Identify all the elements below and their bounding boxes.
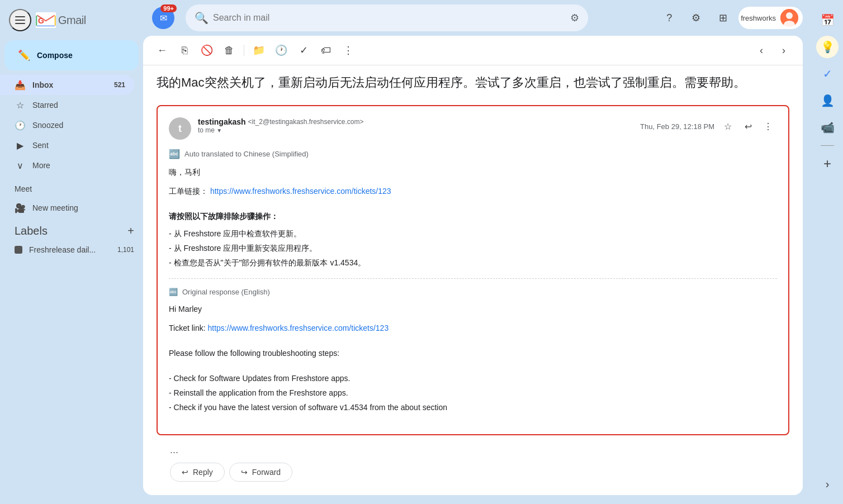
help-button[interactable]: ? xyxy=(658,7,680,29)
divider xyxy=(169,278,777,279)
keep-button[interactable]: 💡 xyxy=(816,36,839,58)
meet-icon: 📹 xyxy=(821,121,835,134)
chinese-steps-header: 请按照以下故障排除步骤操作： xyxy=(169,210,777,222)
tasks-button[interactable]: ✓ xyxy=(816,63,839,85)
label-icon: 🏷 xyxy=(321,45,331,56)
sender-info: testingakash <it_2@testingakash.freshser… xyxy=(198,117,640,134)
add-task-button[interactable]: ✓ xyxy=(293,40,314,60)
spam-button[interactable]: 🚫 xyxy=(197,40,217,60)
right-sidebar: 📅 💡 ✓ 👤 📹 + › xyxy=(812,0,843,504)
email-subject: 我的Mac突然关机了，重新启动后无法启动任何应用程序。尝试了多次重启，也尝试了强… xyxy=(143,65,803,96)
svg-rect-1 xyxy=(15,20,25,21)
label-freshrelease[interactable]: Freshrelease dail... 1,101 xyxy=(0,240,143,260)
sender-email: <it_2@testingakash.freshservice.com> xyxy=(248,118,364,126)
chinese-ticket-url[interactable]: https://www.freshworks.freshservice.com/… xyxy=(210,187,391,196)
nav-sent[interactable]: ▶ Sent xyxy=(0,135,134,155)
star-button[interactable]: ☆ xyxy=(719,117,737,135)
starred-icon: ☆ xyxy=(15,100,26,111)
svg-rect-0 xyxy=(15,16,25,17)
main-area: ✉ 99+ 🔍 ⚙ ? ⚙ ⊞ freshworks xyxy=(143,0,812,504)
label-button[interactable]: 🏷 xyxy=(316,40,336,60)
back-icon: ← xyxy=(157,45,167,56)
original-response-label: Original response (English) xyxy=(182,288,270,296)
search-input[interactable] xyxy=(213,13,566,23)
more-message-button[interactable]: ⋮ xyxy=(759,117,777,135)
archive-button[interactable]: ⎘ xyxy=(174,40,195,60)
right-sidebar-divider xyxy=(821,145,834,146)
compose-icon: ✏️ xyxy=(18,49,30,61)
gmail-logo: G Gmail xyxy=(36,12,86,28)
chinese-steps-list: - 从 Freshstore 应用中检查软件更新。 - 从 Freshstore… xyxy=(169,227,777,269)
message-header: t testingakash <it_2@testingakash.freshs… xyxy=(169,117,777,140)
contacts-icon: 👤 xyxy=(821,94,835,107)
delete-icon: 🗑 xyxy=(224,45,234,56)
to-dropdown-icon: ▼ xyxy=(216,127,222,134)
more-toolbar-button[interactable]: ⋮ xyxy=(338,40,358,60)
apps-button[interactable]: ⊞ xyxy=(712,7,734,29)
nav-snoozed[interactable]: 🕐 Snoozed xyxy=(0,115,134,135)
translate-icon: 🔤 xyxy=(169,149,180,159)
new-meeting-label: New meeting xyxy=(32,203,78,212)
menu-button[interactable] xyxy=(9,9,31,31)
move-button[interactable]: 📁 xyxy=(249,40,269,60)
search-icon: 🔍 xyxy=(195,11,209,25)
delete-button[interactable]: 🗑 xyxy=(219,40,239,60)
keep-icon: 💡 xyxy=(821,40,835,54)
reply-button[interactable]: ↩ Reply xyxy=(170,463,225,482)
english-ticket-url[interactable]: https://www.freshworks.freshservice.com/… xyxy=(208,324,389,332)
message-ellipsis[interactable]: ... xyxy=(157,444,789,456)
toolbar-pagination: ‹ › xyxy=(751,40,794,60)
meet-item-new[interactable]: 🎥 New meeting xyxy=(0,198,134,218)
reply-label: Reply xyxy=(193,468,213,477)
mail-badge: 99+ xyxy=(160,4,177,12)
add-app-button[interactable]: + xyxy=(816,153,839,175)
nav-starred[interactable]: ☆ Starred xyxy=(0,95,134,115)
inbox-icon: 📥 xyxy=(15,80,26,91)
subject-text: 我的Mac突然关机了，重新启动后无法启动任何应用程序。尝试了多次重启，也尝试了强… xyxy=(157,74,789,91)
topbar-right: ? ⚙ ⊞ freshworks xyxy=(658,7,803,29)
older-button[interactable]: › xyxy=(774,40,794,60)
tasks-icon: ✓ xyxy=(823,67,832,80)
meet-section-header: Meet xyxy=(0,175,143,198)
add-task-icon: ✓ xyxy=(300,44,308,56)
snooze-button[interactable]: 🕐 xyxy=(271,40,291,60)
forward-button[interactable]: ↪ Forward xyxy=(229,463,292,482)
sidebar: G Gmail ✏️ Compose 📥 Inbox 521 ☆ Starred… xyxy=(0,0,143,504)
mail-nav[interactable]: ✉ 99+ xyxy=(152,7,174,29)
nav-more[interactable]: ∨ More xyxy=(0,155,134,175)
original-translate-icon: 🔤 xyxy=(169,288,178,296)
spam-icon: 🚫 xyxy=(201,44,213,56)
reply-quick-button[interactable]: ↩ xyxy=(739,117,757,135)
contacts-button[interactable]: 👤 xyxy=(816,89,839,112)
search-filter-icon[interactable]: ⚙ xyxy=(570,12,579,24)
nav-inbox[interactable]: 📥 Inbox 521 xyxy=(0,75,134,95)
back-button[interactable]: ← xyxy=(152,40,172,60)
toolbar-divider-1 xyxy=(244,45,244,56)
chinese-step-3: - 检查您是否从"关于"部分拥有软件的最新版本 v1.4534。 xyxy=(169,256,777,269)
newer-button[interactable]: ‹ xyxy=(751,40,771,60)
settings-button[interactable]: ⚙ xyxy=(685,7,707,29)
collapse-icon: › xyxy=(826,478,830,491)
sidebar-header: G Gmail xyxy=(0,4,143,40)
to-me[interactable]: to me ▼ xyxy=(198,126,640,134)
sender-name: testingakash xyxy=(198,117,246,126)
collapse-sidebar-button[interactable]: › xyxy=(816,473,839,495)
add-label-icon[interactable]: + xyxy=(127,225,134,237)
msg-actions: ☆ ↩ ⋮ xyxy=(719,117,777,135)
sent-icon: ▶ xyxy=(15,140,26,151)
thread-toolbar: ← ⎘ 🚫 🗑 📁 🕐 ✓ 🏷 xyxy=(143,36,803,65)
snooze-icon: 🕐 xyxy=(275,44,287,56)
add-icon: + xyxy=(823,156,831,172)
chinese-ticket-link: 工单链接： https://www.freshworks.freshservic… xyxy=(169,185,777,197)
topbar: ✉ 99+ 🔍 ⚙ ? ⚙ ⊞ freshworks xyxy=(143,0,812,36)
meet-button[interactable]: 📹 xyxy=(816,116,839,139)
account-button[interactable]: freshworks xyxy=(738,7,803,29)
more-label: More xyxy=(32,161,125,170)
chinese-greeting: 嗨，马利 xyxy=(169,166,777,178)
help-icon: ? xyxy=(666,12,672,24)
compose-button[interactable]: ✏️ Compose xyxy=(4,40,139,70)
snoozed-icon: 🕐 xyxy=(15,120,26,131)
english-step-1: - Check for Software Updates from Freshs… xyxy=(169,372,777,384)
email-message-area: t testingakash <it_2@testingakash.freshs… xyxy=(143,96,803,495)
calendar-button[interactable]: 📅 xyxy=(816,9,839,31)
